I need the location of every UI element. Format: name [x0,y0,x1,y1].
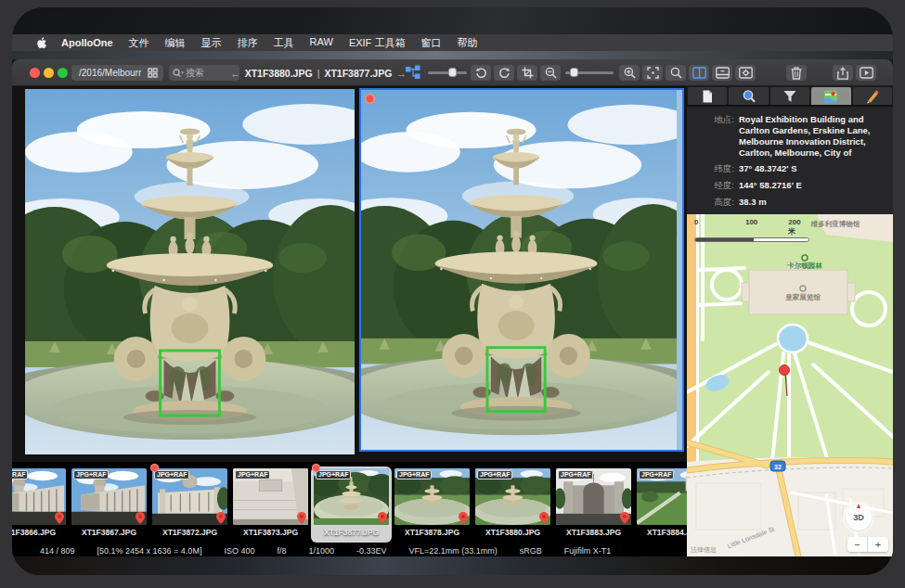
play-icon [860,67,873,79]
menu-item[interactable]: 编辑 [165,36,186,50]
crop-button[interactable] [517,65,537,81]
status-bar: 414 / 809[50.1% 2454 x 1636 = 4.0M]ISO 4… [12,545,687,556]
thumbnail-size-slider-knob[interactable] [448,68,457,77]
share-button[interactable] [833,65,853,81]
thumbnail-size-slider[interactable] [428,71,467,74]
zoom-window-button[interactable] [58,68,68,78]
filmstrip-item[interactable]: JPG+RAF XT1F3866.JPG [12,467,69,543]
browser-layout-button[interactable] [406,65,421,80]
filmstrip-filename: XT1F3873.JPG [230,528,311,537]
menu-item[interactable]: 工具 [274,36,294,50]
menu-item[interactable]: RAW [310,36,333,50]
map-3d-compass-button[interactable]: 3D [846,505,872,530]
photo-left[interactable] [25,89,355,454]
menu-item[interactable]: 窗口 [420,36,441,50]
svg-text:32: 32 [774,464,782,470]
geotag-pin-icon [216,512,226,524]
actual-size-button[interactable] [666,65,686,81]
rotate-ccw-button[interactable] [471,65,491,81]
zoom-slider[interactable] [565,71,614,74]
filmstrip-item[interactable]: JPG+RAF XT1F3873.JPG [230,467,311,543]
minimize-window-button[interactable] [44,68,54,78]
filmstrip-item[interactable]: JPG+RAF XT1F3878.JPG [392,467,472,543]
filmstrip-filename: XT1F3872.JPG [149,528,230,537]
thumbnail-image: JPG+RAF [475,468,550,525]
app-window: /2016/Melbourne [12,59,893,556]
search-icon [173,69,184,78]
zoom-out-button[interactable] [540,65,561,81]
inspector-tab-edit[interactable] [853,87,892,105]
gps-field: 高度:38.3 m [692,197,887,209]
thumbnail-image: JPG+RAF [152,468,227,525]
prev-file-arrow[interactable]: ← [230,68,240,79]
pane-gear-icon [739,67,753,79]
inspector-tab-document[interactable] [688,87,727,105]
filmstrip-item[interactable]: JPG+RAF XT1F3880.JPG [472,467,553,543]
close-window-button[interactable] [30,68,40,78]
wallpaper-top [12,7,893,34]
compare-view-button[interactable] [689,65,709,81]
zoom-slider-knob[interactable] [570,68,578,77]
inspector-tabbar [687,86,893,107]
trash-icon [791,67,802,80]
rotate-cw-icon [498,67,511,79]
zoom-in-button[interactable] [619,65,640,81]
map-zoom-out-button[interactable]: − [847,537,868,552]
current-filename: XT1F3877.JPG [324,68,392,79]
format-badge: JPG+RAF [73,470,109,479]
format-badge: JPG+RAF [235,470,270,479]
scale-0: 0 [694,218,745,236]
document-icon [700,89,715,104]
menu-item[interactable]: EXIF 工具箱 [349,36,406,50]
geotag-pin-icon [297,512,306,524]
geotag-pin-icon [620,512,629,524]
menu-item[interactable]: 帮助 [457,36,477,50]
inspector-tab-map[interactable] [811,87,850,105]
inspector-tab-magnifier[interactable] [729,87,768,105]
filmstrip-item[interactable]: JPG+RAF XT1F3867.JPG [69,467,149,543]
search-field[interactable] [169,65,239,81]
thumbnail-image: JPG+RAF [12,468,66,525]
filmstrip-item[interactable]: JPG+RAF XT1F3884.JPG [634,467,687,543]
viewer-title: ← XT1F3880.JPG | XT1F3877.JPG → [240,59,396,86]
filmstrip-item[interactable]: JPG+RAF XT1F3877.JPG [311,467,392,543]
field-label: 纬度: [692,163,739,175]
edit-icon [865,89,880,104]
inspector-tab-filter[interactable] [770,87,809,105]
filmstrip-filename: XT1F3880.JPG [472,528,553,537]
menu-item[interactable]: 文件 [129,36,149,50]
status-item: ISO 400 [224,546,254,556]
grid-view-button[interactable] [141,65,163,81]
photo-right-selected[interactable] [359,88,684,452]
map-view[interactable]: 32 维多利亚博物馆 卡尔顿园林 皇家展览馆 0 100 200 米 [687,214,893,556]
gps-field: 纬度:37° 48.3742' S [692,163,887,175]
map-scale-bar: 0 100 200 米 [694,218,809,242]
menu-item[interactable]: 显示 [201,36,222,50]
filmstrip-filename: XT1F3867.JPG [69,528,149,537]
filmstrip-item[interactable]: JPG+RAF XT1F3883.JPG [553,467,634,543]
menu-app-name[interactable]: ApolloOne [61,37,113,48]
menu-item[interactable]: 排序 [238,36,258,50]
field-label: 地点: [692,114,739,159]
inspector-panel: 地点:Royal Exhibition Building and Carlton… [687,86,893,556]
filmstrip-filename: XT1F3883.JPG [553,528,634,537]
delete-button[interactable] [786,65,807,81]
zoom-to-fit-button[interactable] [642,65,663,81]
share-icon [837,67,848,80]
thumbnail-image: JPG+RAF [394,468,470,525]
apple-logo-icon[interactable] [37,37,47,49]
map-legal-link[interactable]: 法律信息 [691,545,717,555]
filmstrip-item[interactable]: JPG+RAF XT1F3872.JPG [149,467,230,543]
pane-settings-button[interactable] [735,65,756,81]
menu-items: 文件编辑显示排序工具RAWEXIF 工具箱窗口帮助 [129,36,478,50]
thumbnail-image: JPG+RAF [233,468,308,525]
thumbnail-image: JPG+RAF [637,468,687,525]
slideshow-button[interactable] [856,65,876,81]
secondary-display-button[interactable] [712,65,732,81]
rotate-cw-button[interactable] [494,65,514,81]
filmstrip-filename: XT1F3866.JPG [12,528,69,537]
map-zoom-in-button[interactable]: + [868,537,888,552]
search-input[interactable] [186,68,230,78]
map-icon [823,89,838,104]
field-value: 37° 48.3742' S [739,163,797,175]
